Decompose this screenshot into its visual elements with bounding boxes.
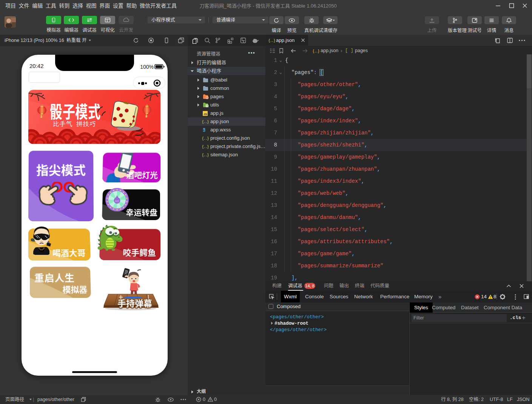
svg-text:{..}: {..} (313, 49, 319, 54)
svg-text:{..}: {..} (268, 39, 275, 43)
svg-text:{..}: {..} (202, 120, 209, 124)
svg-text:{..}: {..} (202, 136, 209, 141)
svg-text:{..}: {..} (202, 153, 209, 157)
svg-text:JS: JS (204, 113, 207, 116)
svg-text:GO: GO (115, 200, 119, 202)
svg-text:{..}: {..} (202, 145, 209, 149)
